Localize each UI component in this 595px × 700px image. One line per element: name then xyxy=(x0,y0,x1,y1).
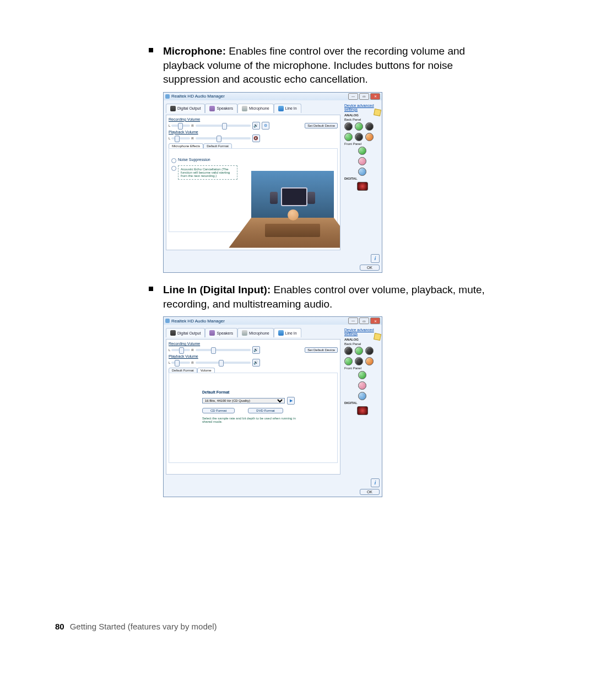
digital-label: DIGITAL xyxy=(344,177,380,180)
port-front-green[interactable] xyxy=(358,147,366,155)
balance-slider[interactable]: LR xyxy=(169,348,194,352)
digital-port[interactable] xyxy=(357,182,368,191)
play-sample-button[interactable]: ▶ xyxy=(287,397,295,405)
window-title: Realtek HD Audio Manager xyxy=(171,94,347,99)
bullet-icon xyxy=(149,287,153,291)
port-green-2[interactable] xyxy=(344,357,353,365)
speakers-icon xyxy=(209,106,215,111)
format-hint: Select the sample rate and bit depth to … xyxy=(202,417,304,423)
port-green-2[interactable] xyxy=(344,133,353,141)
port-green[interactable] xyxy=(355,122,363,131)
bullet-linein-title: Line In (Digital Input): xyxy=(163,284,271,295)
page-footer-text: Getting Started (features vary by model) xyxy=(70,622,217,631)
balance-slider[interactable]: LR xyxy=(169,124,194,127)
digital-output-icon xyxy=(170,106,176,111)
port-front-pink[interactable] xyxy=(358,381,366,390)
port-front-blue[interactable] xyxy=(358,168,366,176)
tab-digital-output[interactable]: Digital Output xyxy=(166,328,205,337)
pin-icon xyxy=(374,109,381,116)
back-panel-label: Back Panel xyxy=(344,118,380,121)
page-number: 80 xyxy=(55,622,64,631)
port-orange[interactable] xyxy=(365,133,374,141)
bullet-microphone: Microphone: Enables fine control over th… xyxy=(149,44,507,87)
tab-speakers[interactable]: Speakers xyxy=(205,104,237,113)
port-black-3[interactable] xyxy=(355,133,363,141)
playback-volume-label: Playback Volume xyxy=(169,354,338,358)
recording-volume-slider[interactable] xyxy=(196,125,251,127)
digital-label: DIGITAL xyxy=(344,401,380,405)
balance-slider-pb[interactable]: LR xyxy=(169,137,194,140)
port-orange[interactable] xyxy=(365,357,374,365)
ok-button[interactable]: OK xyxy=(360,265,380,271)
titlebar-2: Realtek HD Audio Manager — ▭ ✕ xyxy=(164,317,382,325)
tab-line-in[interactable]: Line In xyxy=(274,328,301,337)
front-panel-label: Front Panel xyxy=(344,367,380,370)
tab-digital-output[interactable]: Digital Output xyxy=(166,104,205,113)
close-button[interactable]: ✕ xyxy=(370,93,380,100)
playback-volume-slider[interactable] xyxy=(196,362,251,364)
back-panel-label: Back Panel xyxy=(344,342,380,346)
port-black[interactable] xyxy=(344,122,353,131)
screenshot-microphone: Realtek HD Audio Manager — ▭ ✕ Digital O… xyxy=(163,92,382,273)
front-panel-label: Front Panel xyxy=(344,142,380,146)
line-in-icon xyxy=(278,330,284,336)
recording-volume-label: Recording Volume xyxy=(169,117,338,121)
port-front-pink[interactable] xyxy=(358,157,366,165)
port-black-2[interactable] xyxy=(365,122,374,131)
titlebar: Realtek HD Audio Manager — ▭ ✕ xyxy=(164,93,382,100)
recording-volume-label: Recording Volume xyxy=(169,342,338,346)
app-icon xyxy=(165,94,170,99)
info-button[interactable]: i xyxy=(371,254,380,263)
tab-speakers[interactable]: Speakers xyxy=(205,328,237,337)
bullet-line-in: Line In (Digital Input): Enables control… xyxy=(149,283,507,311)
microphone-icon xyxy=(242,330,247,336)
tab-microphone[interactable]: Microphone xyxy=(237,104,274,113)
tab-microphone[interactable]: Microphone xyxy=(237,328,274,337)
info-button[interactable]: i xyxy=(371,478,380,487)
bullet-icon xyxy=(149,48,153,52)
set-default-button[interactable]: Set Default Device xyxy=(305,347,338,353)
window-title-2: Realtek HD Audio Manager xyxy=(171,319,347,324)
maximize-button[interactable]: ▭ xyxy=(359,317,369,324)
app-icon xyxy=(165,319,170,323)
boost-button[interactable]: ⚙ xyxy=(262,122,269,130)
microphone-icon xyxy=(242,106,247,111)
cd-format-button[interactable]: CD Format xyxy=(202,408,235,413)
noise-suppression-checkbox[interactable]: Noise Suppression xyxy=(171,158,335,163)
dvd-format-button[interactable]: DVD Format xyxy=(248,408,283,413)
set-default-button[interactable]: Set Default Device xyxy=(305,123,338,128)
ok-button[interactable]: OK xyxy=(360,489,380,495)
format-select[interactable]: 16 Bits, 44100 Hz (CD Quality) xyxy=(202,398,285,403)
port-green[interactable] xyxy=(355,347,363,355)
line-in-icon xyxy=(278,106,284,111)
playback-volume-label: Playback Volume xyxy=(169,130,338,134)
mute-pb-button[interactable]: 🔇 xyxy=(252,134,260,142)
mute-pb-button[interactable]: 🔊 xyxy=(252,359,260,367)
speakers-icon xyxy=(209,330,215,336)
port-black-2[interactable] xyxy=(365,347,374,355)
mute-button[interactable]: 🔊 xyxy=(252,122,260,130)
recording-volume-slider[interactable] xyxy=(196,349,251,351)
close-button[interactable]: ✕ xyxy=(370,317,380,324)
tab-line-in[interactable]: Line In xyxy=(274,104,301,113)
screenshot-line-in: Realtek HD Audio Manager — ▭ ✕ Digital O… xyxy=(163,316,382,497)
minimize-button[interactable]: — xyxy=(348,93,358,100)
playback-volume-slider[interactable] xyxy=(196,137,251,139)
port-front-green[interactable] xyxy=(358,371,366,379)
minimize-button[interactable]: — xyxy=(348,317,358,324)
port-front-blue[interactable] xyxy=(358,392,366,400)
default-format-heading: Default Format xyxy=(202,390,304,394)
port-black[interactable] xyxy=(344,347,353,355)
pin-icon xyxy=(374,333,381,341)
page-footer: 80Getting Started (features vary by mode… xyxy=(55,622,217,631)
maximize-button[interactable]: ▭ xyxy=(359,93,369,100)
balance-slider-pb[interactable]: LR xyxy=(169,361,194,364)
digital-port[interactable] xyxy=(357,406,368,415)
port-black-3[interactable] xyxy=(355,357,363,365)
room-illustration xyxy=(251,171,334,248)
mute-button[interactable]: 🔊 xyxy=(252,346,260,354)
digital-output-icon xyxy=(170,330,176,336)
bullet-mic-title: Microphone: xyxy=(163,45,226,57)
